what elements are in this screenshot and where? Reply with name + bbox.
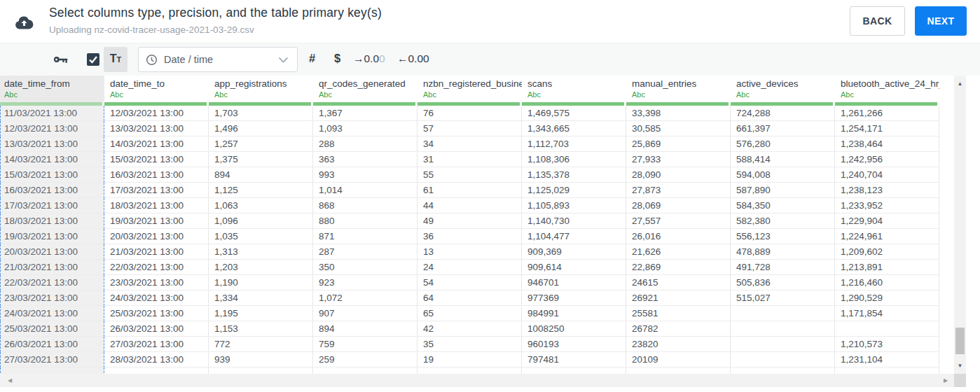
table-cell: 35 [417,337,522,352]
table-cell: 505,836 [731,275,835,290]
column-type-label: Abc [527,90,626,99]
scroll-left-arrow[interactable]: ◀ [4,374,15,387]
table-cell: 363 [313,152,417,167]
page-title: Select columns type, precision, and the … [49,6,382,20]
column-header-active_devices[interactable]: active_devicesAbc [731,76,835,102]
upload-status: Uploading nz-covid-tracer-usage-2021-03-… [49,24,382,35]
table-cell: 1,290,529 [835,290,939,306]
column-name: nzbn_registered_busine [423,78,522,89]
column-header-qr_codes_generated[interactable]: qr_codes_generatedAbc [313,76,417,102]
table-cell: 26/03/2021 13:00 [0,337,104,352]
text-type-button[interactable]: Tt [104,47,127,72]
column-type-label: Abc [319,90,417,99]
table-cell: 661,397 [731,121,835,136]
column-header-nzbn_registered_busine[interactable]: nzbn_registered_busineAbc [417,76,522,102]
table-cell: 1,112,703 [522,136,626,152]
table-cell: 27,557 [626,214,731,229]
table-cell: 22/03/2021 13:00 [0,275,104,290]
scroll-right-arrow[interactable]: ▶ [940,374,951,387]
table-cell: 36 [417,229,522,244]
table-row: 11/03/2021 13:0012/03/2021 13:001,7031,3… [0,106,939,121]
vertical-scrollbar-thumb[interactable] [955,328,965,354]
table-cell: 21/03/2021 13:00 [0,260,104,275]
table-cell: 19 [417,352,522,368]
table-cell [731,352,835,368]
table-cell: 57 [417,121,522,136]
column-header-scans[interactable]: scansAbc [522,76,626,102]
table-cell: 23820 [626,337,731,352]
table-cell: 1,093 [313,121,417,136]
table-cell: 1,261,266 [835,106,939,121]
number-type-button[interactable]: # [309,52,315,65]
table-row: 26/03/2021 13:0027/03/2021 13:0077275935… [0,337,939,352]
table-cell: 1,209,602 [835,244,939,260]
table-cell: 24/03/2021 13:00 [104,290,209,306]
table-cell: 44 [417,198,522,214]
table-cell: 1,213,891 [835,260,939,275]
table-cell: 868 [313,198,417,214]
column-name: app_registrations [214,78,313,89]
table-cell: 946701 [522,275,626,290]
table-cell: 907 [313,306,417,321]
column-header-date_time_from[interactable]: date_time_fromAbc [0,76,104,102]
table-cell: 1,238,464 [835,136,939,152]
increase-decimal-button[interactable]: →0.00 [353,52,385,65]
decrease-decimal-button[interactable]: ←0.00 [397,52,429,65]
table-cell: 22/03/2021 13:00 [104,260,209,275]
table-cell: 18/03/2021 13:00 [104,198,209,214]
table-row: 22/03/2021 13:0023/03/2021 13:001,190923… [0,275,939,290]
table-cell: 49 [417,214,522,229]
table-cell: 478,889 [731,244,835,260]
column-name: date_time_to [110,78,209,89]
vertical-scrollbar[interactable]: ▲ ▼ [954,76,966,374]
table-cell: 24615 [626,275,731,290]
column-header-app_registrations[interactable]: app_registrationsAbc [209,76,313,102]
table-cell: 1,072 [313,290,417,306]
currency-type-button[interactable]: $ [334,52,340,65]
column-header-manual_entries[interactable]: manual_entriesAbc [626,76,731,102]
table-cell: 64 [417,290,522,306]
table-cell: 17/03/2021 13:00 [104,183,209,198]
table-cell: 19/03/2021 13:00 [104,214,209,229]
table-cell: 21/03/2021 13:00 [104,244,209,260]
column-type-label: Abc [841,90,939,99]
table-cell: 26921 [626,290,731,306]
table-cell: 25,869 [626,136,731,152]
table-cell: 16/03/2021 13:00 [104,167,209,183]
table-row: 15/03/2021 13:0016/03/2021 13:0089499355… [0,167,939,183]
table-cell: 1,703 [209,106,313,121]
column-header-date_time_to[interactable]: date_time_toAbc [104,76,209,102]
table-cell: 34 [417,136,522,152]
nullable-checkbox[interactable] [87,53,99,66]
table-cell: 1,135,378 [522,167,626,183]
table-cell: 15/03/2021 13:00 [104,152,209,167]
table-cell: 1,229,904 [835,214,939,229]
table-cell: 28/03/2021 13:00 [104,352,209,368]
table-cell: 25/03/2021 13:00 [104,306,209,321]
table-cell: 350 [313,260,417,275]
column-name: manual_entries [632,78,731,89]
table-cell: 909,614 [522,260,626,275]
table-row: 17/03/2021 13:0018/03/2021 13:001,063868… [0,198,939,214]
table-cell: 1,203 [209,260,313,275]
table-cell: 584,350 [731,198,835,214]
scroll-up-arrow[interactable]: ▲ [954,78,966,90]
increase-decimal-label: →0.0 [353,52,379,64]
back-button[interactable]: BACK [850,6,905,36]
table-cell: 587,890 [731,183,835,198]
horizontal-scrollbar[interactable]: ◀ ▶ [0,374,954,387]
next-button[interactable]: NEXT [915,6,967,36]
table-row: 19/03/2021 13:0020/03/2021 13:001,035871… [0,229,939,244]
table-cell: 24 [417,260,522,275]
table-cell: 27,873 [626,183,731,198]
table-cell: 977369 [522,290,626,306]
scroll-down-arrow[interactable]: ▼ [954,360,966,372]
column-name: bluetooth_active_24_hr_ [841,78,939,89]
primary-key-icon[interactable] [53,53,69,66]
column-type-dropdown[interactable]: Date / time [138,47,298,72]
table-cell: 759 [313,337,417,352]
table-row: 24/03/2021 13:0025/03/2021 13:001,195907… [0,306,939,321]
table-cell: 26/03/2021 13:00 [104,321,209,337]
column-header-bluetooth_active_24_hr_[interactable]: bluetooth_active_24_hr_Abc [835,76,939,102]
csv-upload-wizard: Select columns type, precision, and the … [0,0,980,392]
